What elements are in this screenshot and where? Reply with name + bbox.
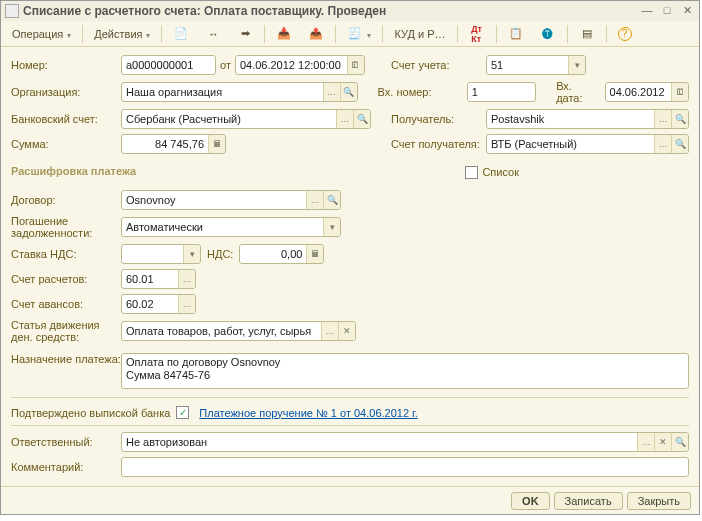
refresh-icon: ↔	[205, 26, 221, 42]
print-icon: 🅣	[540, 26, 556, 42]
toolbar-posted-button[interactable]: 📥	[269, 24, 299, 44]
bank-account-field[interactable]: … 🔍	[121, 109, 371, 129]
in-date-field[interactable]: 🗓	[605, 82, 689, 102]
ok-button[interactable]: OK	[511, 492, 550, 510]
post-icon: 📄	[173, 26, 189, 42]
label-number: Номер:	[11, 59, 121, 71]
search-icon[interactable]: 🔍	[671, 433, 688, 451]
search-icon[interactable]: 🔍	[671, 135, 688, 153]
vat-rate-field[interactable]: ▾	[121, 244, 201, 264]
account-field[interactable]: ▾	[486, 55, 586, 75]
label-responsible: Ответственный:	[11, 436, 121, 448]
window-icon	[5, 4, 19, 18]
write-button[interactable]: Записать	[554, 492, 623, 510]
label-receiver: Получатель:	[391, 113, 486, 125]
dropdown-icon[interactable]: ▾	[568, 56, 585, 74]
label-contract: Договор:	[11, 194, 121, 206]
toolbar-print-button[interactable]: 🅣	[533, 24, 563, 44]
label-account: Счет учета:	[391, 59, 486, 71]
search-icon[interactable]: 🔍	[353, 110, 370, 128]
toolbar-refresh-button[interactable]: ↔	[198, 24, 228, 44]
go-icon: ➡	[237, 26, 253, 42]
select-icon[interactable]: …	[654, 110, 671, 128]
dropdown-icon[interactable]: ▾	[323, 218, 340, 236]
actions-menu[interactable]: Действия	[87, 24, 157, 44]
contract-field[interactable]: … 🔍	[121, 190, 341, 210]
footer: OK Записать Закрыть	[1, 486, 699, 514]
clear-icon[interactable]: ✕	[654, 433, 671, 451]
select-icon[interactable]: …	[178, 295, 195, 313]
close-button[interactable]: Закрыть	[627, 492, 691, 510]
dropdown-icon[interactable]: ▾	[183, 245, 200, 263]
help-icon: ?	[618, 27, 632, 41]
toolbar-help-button[interactable]: ?	[611, 24, 639, 44]
minimize-button[interactable]: —	[639, 4, 655, 18]
receiver-account-field[interactable]: … 🔍	[486, 134, 689, 154]
select-icon[interactable]: …	[306, 191, 323, 209]
label-org: Организация:	[11, 86, 121, 98]
date-picker-icon[interactable]: 🗓	[671, 83, 688, 101]
maximize-button[interactable]: □	[659, 4, 675, 18]
sum-field[interactable]: 🖩	[121, 134, 226, 154]
checkbox-icon	[465, 166, 478, 179]
search-icon[interactable]: 🔍	[671, 110, 688, 128]
label-purpose: Назначение платежа:	[11, 353, 121, 365]
list-checkbox[interactable]: Список	[465, 166, 519, 179]
org-field[interactable]: … 🔍	[121, 82, 358, 102]
clear-icon[interactable]: ✕	[338, 322, 355, 340]
label-receiver-account: Счет получателя:	[391, 138, 486, 150]
label-vat: НДС:	[207, 248, 233, 260]
close-window-button[interactable]: ✕	[679, 4, 695, 18]
date-field[interactable]: 🗓	[235, 55, 365, 75]
list-icon: ▤	[579, 26, 595, 42]
comment-field[interactable]	[121, 457, 689, 477]
select-icon[interactable]: …	[321, 322, 338, 340]
receiver-field[interactable]: … 🔍	[486, 109, 689, 129]
number-field[interactable]	[121, 55, 216, 75]
toolbar-unpost-button[interactable]: 📤	[301, 24, 331, 44]
in-number-field[interactable]	[467, 82, 536, 102]
responsible-field[interactable]: … ✕ 🔍	[121, 432, 689, 452]
settlement-field[interactable]: …	[121, 269, 196, 289]
select-icon[interactable]: …	[637, 433, 654, 451]
doc-post-icon: 📥	[276, 26, 292, 42]
confirmed-checkbox[interactable]: ✓	[176, 406, 189, 419]
toolbar-list-button[interactable]: ▤	[572, 24, 602, 44]
select-icon[interactable]: …	[323, 83, 340, 101]
calculator-icon[interactable]: 🖩	[208, 135, 225, 153]
section-title: Расшифровка платежа	[11, 165, 136, 177]
operation-menu[interactable]: Операция	[5, 24, 78, 44]
label-in-date: Вх. дата:	[556, 80, 598, 104]
advance-field[interactable]: …	[121, 294, 196, 314]
window-title: Списание с расчетного счета: Оплата пост…	[23, 4, 635, 18]
toolbar-go-button[interactable]: ➡	[230, 24, 260, 44]
toolbar-structure-button[interactable]: 🧾	[340, 24, 378, 44]
calculator-icon[interactable]: 🖩	[306, 245, 323, 263]
search-icon[interactable]: 🔍	[340, 83, 357, 101]
payment-order-link[interactable]: Платежное поручение № 1 от 04.06.2012 г.	[199, 407, 417, 419]
search-icon[interactable]: 🔍	[323, 191, 340, 209]
purpose-field[interactable]	[121, 353, 689, 389]
select-icon[interactable]: …	[654, 135, 671, 153]
label-debt: Погашение задолженности:	[11, 215, 121, 239]
select-icon[interactable]: …	[178, 270, 195, 288]
label-sum: Сумма:	[11, 138, 121, 150]
dds-field[interactable]: … ✕	[121, 321, 356, 341]
label-dds: Статья движения ден. средств:	[11, 319, 121, 343]
title-bar: Списание с расчетного счета: Оплата пост…	[1, 1, 699, 21]
label-settlement: Счет расчетов:	[11, 273, 121, 285]
label-advance: Счет авансов:	[11, 298, 121, 310]
toolbar-dtk-button[interactable]: ДтКт	[462, 24, 492, 44]
toolbar-report-button[interactable]: 📋	[501, 24, 531, 44]
label-comment: Комментарий:	[11, 461, 121, 473]
date-picker-icon[interactable]: 🗓	[347, 56, 364, 74]
report-icon: 📋	[508, 26, 524, 42]
toolbar-post-button[interactable]: 📄	[166, 24, 196, 44]
label-bank-account: Банковский счет:	[11, 113, 121, 125]
debt-field[interactable]: ▾	[121, 217, 341, 237]
vat-field[interactable]: 🖩	[239, 244, 324, 264]
toolbar-kudir-button[interactable]: КУД и Р…	[387, 24, 452, 44]
label-from: от	[220, 59, 231, 71]
select-icon[interactable]: …	[336, 110, 353, 128]
dtk-icon: ДтКт	[469, 26, 485, 42]
